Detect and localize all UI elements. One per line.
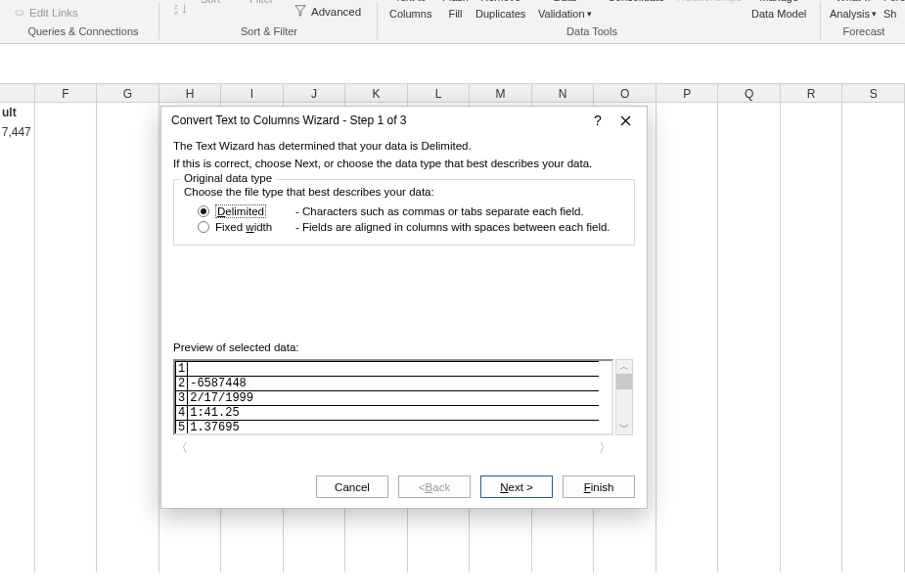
relationships-button: Relationships bbox=[677, 0, 742, 3]
wizard-info-2: If this is correct, choose Next, or choo… bbox=[173, 158, 635, 169]
fw-post: idth bbox=[254, 221, 273, 233]
col-header[interactable]: J bbox=[284, 84, 346, 104]
ttc-top: Text to bbox=[395, 0, 427, 4]
col-header[interactable]: S bbox=[842, 84, 905, 104]
col-header[interactable]: Q bbox=[718, 84, 781, 104]
text-to-columns-button[interactable]: Text to Columns bbox=[389, 0, 431, 21]
dataval-bot: Validation bbox=[538, 8, 585, 21]
wizard-info-1: The Text Wizard has determined that your… bbox=[173, 140, 635, 152]
radio-icon bbox=[198, 221, 209, 233]
preview-hscrollbar[interactable]: 〈 〉 bbox=[173, 439, 613, 455]
ribbon-group-queries: Queries & Connections bbox=[15, 25, 152, 37]
preview-row-num: 2 bbox=[176, 377, 188, 391]
scroll-left-icon[interactable]: 〈 bbox=[175, 439, 188, 455]
text-to-columns-wizard-dialog: Convert Text to Columns Wizard - Step 1 … bbox=[160, 106, 648, 509]
fieldset-desc: Choose the file type that best describes… bbox=[184, 186, 624, 198]
removedup-bot: Duplicates bbox=[475, 8, 525, 21]
preview-row-val: -6587448 bbox=[188, 377, 599, 391]
removedup-top: Remove bbox=[480, 0, 520, 4]
forecast-button[interactable]: Fore Sh bbox=[883, 0, 905, 21]
col-header[interactable]: P bbox=[656, 84, 719, 104]
radio-fixed-width[interactable]: Fixed width - Fields are aligned in colu… bbox=[184, 219, 624, 235]
fw-pre: Fixed bbox=[215, 221, 246, 233]
finish-post: inish bbox=[591, 481, 614, 493]
col-header[interactable] bbox=[0, 84, 35, 104]
dialog-titlebar[interactable]: Convert Text to Columns Wizard - Step 1 … bbox=[161, 107, 647, 134]
sort-label: Sort bbox=[201, 0, 220, 5]
dialog-title: Convert Text to Columns Wizard - Step 1 … bbox=[171, 113, 584, 127]
col-header[interactable]: H bbox=[159, 84, 222, 104]
link-icon bbox=[12, 6, 25, 20]
scroll-up-icon[interactable]: ︿ bbox=[619, 360, 629, 374]
whatif-button[interactable]: What-If Analysis▾ bbox=[830, 0, 877, 21]
ribbon-group-forecast: Forecast bbox=[825, 25, 903, 37]
preview-row-num: 4 bbox=[176, 406, 188, 421]
col-header[interactable]: K bbox=[345, 84, 408, 104]
data-validation-button[interactable]: Data Validation▾ bbox=[538, 0, 592, 21]
scroll-down-icon[interactable]: ﹀ bbox=[619, 421, 629, 434]
sort-za-button: ZA bbox=[174, 3, 188, 19]
next-u: N bbox=[500, 481, 508, 493]
cell[interactable]: ult bbox=[0, 103, 35, 122]
fixedwidth-desc: - Fields are aligned in columns with spa… bbox=[295, 221, 611, 233]
filter-label: Filter bbox=[249, 0, 273, 5]
preview-row-num: 3 bbox=[176, 391, 188, 406]
col-header[interactable]: L bbox=[408, 84, 471, 104]
back-u: B bbox=[426, 481, 433, 493]
mdm-top: Manage bbox=[759, 0, 798, 4]
cancel-button[interactable]: Cancel bbox=[316, 475, 388, 498]
back-button: < Back bbox=[398, 475, 471, 498]
scroll-thumb[interactable] bbox=[616, 374, 632, 389]
dialog-body: The Text Wizard has determined that your… bbox=[161, 134, 647, 246]
col-header[interactable]: R bbox=[781, 84, 843, 104]
whatif-top: What-If bbox=[836, 0, 870, 4]
svg-text:A: A bbox=[174, 9, 179, 16]
ttc-bot: Columns bbox=[389, 8, 431, 21]
chevron-down-icon: ▾ bbox=[872, 8, 877, 21]
preview-row-val: 2/17/1999 bbox=[188, 391, 599, 406]
col-header[interactable]: I bbox=[221, 84, 284, 104]
advanced-label: Advanced bbox=[311, 6, 361, 18]
close-button[interactable] bbox=[611, 109, 639, 132]
cell[interactable]: 7,447 bbox=[0, 122, 35, 142]
preview-vscrollbar[interactable]: ︿ ﹀ bbox=[615, 359, 633, 435]
radio-delimited[interactable]: Delimited - Characters such as commas or… bbox=[184, 204, 624, 219]
help-button[interactable]: ? bbox=[584, 109, 611, 132]
advanced-filter-icon bbox=[294, 4, 307, 20]
delimited-desc: - Characters such as commas or tabs sepa… bbox=[295, 205, 584, 217]
finish-button[interactable]: Finish bbox=[563, 475, 635, 498]
flash-top: Flash bbox=[442, 0, 469, 4]
consolidate-button[interactable]: Consolidate bbox=[608, 0, 664, 3]
flash-fill-button[interactable]: Flash Fill bbox=[442, 0, 469, 21]
finish-u: F bbox=[584, 481, 591, 493]
col-header[interactable]: N bbox=[532, 84, 595, 104]
mdm-bot: Data Model bbox=[751, 8, 806, 21]
preview-row-val: 1:41.25 bbox=[188, 406, 599, 421]
flash-bot: Fill bbox=[448, 8, 462, 21]
advanced-button[interactable]: Advanced bbox=[294, 4, 361, 20]
col-header[interactable]: M bbox=[470, 84, 532, 104]
preview-label: Preview of selected data: bbox=[173, 341, 299, 353]
radio-icon bbox=[198, 205, 209, 217]
next-post: ext > bbox=[509, 481, 533, 493]
scroll-right-icon[interactable]: 〉 bbox=[599, 439, 611, 455]
col-header[interactable]: G bbox=[97, 84, 159, 104]
chevron-down-icon: ▾ bbox=[587, 8, 592, 21]
preview-row-num: 5 bbox=[176, 421, 188, 435]
forecast-bot: Sh bbox=[883, 8, 896, 21]
original-data-type-group: Original data type Choose the file type … bbox=[173, 179, 635, 246]
forecast-top: Fore bbox=[883, 0, 905, 4]
dataval-top: Data bbox=[554, 0, 576, 4]
preview-row-val: 1.37695 bbox=[188, 421, 599, 435]
manage-data-model-button[interactable]: Manage Data Model bbox=[751, 0, 806, 21]
fw-u: w bbox=[246, 221, 253, 233]
col-header[interactable]: O bbox=[594, 84, 656, 104]
edit-links-button: Edit Links bbox=[6, 4, 84, 22]
column-headers[interactable]: F G H I J K L M N O P Q R S bbox=[0, 83, 905, 103]
remove-duplicates-button[interactable]: Remove Duplicates bbox=[475, 0, 525, 21]
next-button[interactable]: Next > bbox=[480, 475, 553, 498]
col-header[interactable]: F bbox=[35, 84, 98, 104]
back-lt: < bbox=[419, 481, 426, 493]
whatif-bot: Analysis bbox=[830, 8, 870, 21]
ribbon: Edit Links ZA Sort Filter Advanced Text … bbox=[0, 0, 905, 44]
